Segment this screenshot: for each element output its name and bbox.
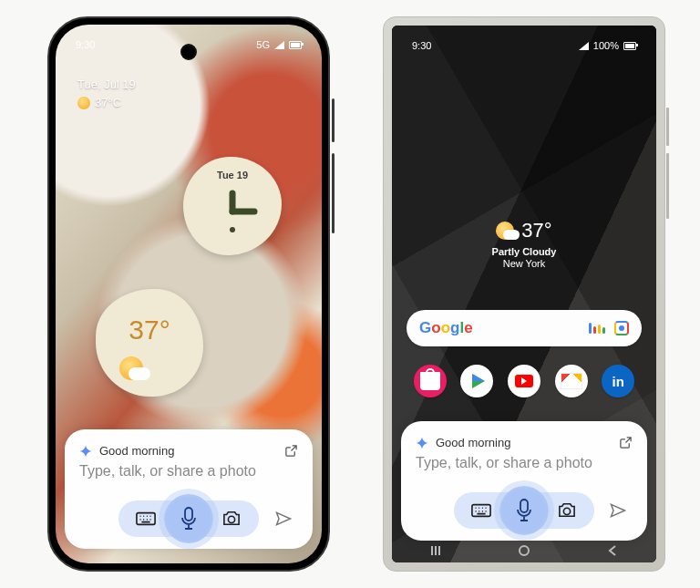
- weather-widget[interactable]: 37°: [96, 289, 203, 397]
- signal-icon: [274, 41, 284, 49]
- app-dock: in: [407, 359, 642, 403]
- svg-point-10: [520, 546, 529, 555]
- status-time: 9:30: [76, 39, 95, 50]
- weather-widget[interactable]: 37° Partly Cloudy New York: [392, 219, 656, 269]
- svg-point-3: [228, 516, 234, 522]
- voice-search-icon[interactable]: [589, 323, 605, 334]
- gemini-assistant-card[interactable]: Good morning Type, talk, or share a phot…: [65, 429, 313, 549]
- gemini-spark-icon: [79, 445, 92, 458]
- temp-label: 37°C: [95, 94, 121, 112]
- clock-hands-icon: [183, 157, 282, 255]
- signal-icon: [579, 42, 589, 50]
- keyboard-button[interactable]: [461, 492, 501, 529]
- gemini-spark-icon: [416, 437, 428, 449]
- galaxy-phone: 9:30 100% 37° Partly Cloudy New York Goo…: [383, 16, 665, 572]
- gemini-assistant-card[interactable]: Good morning Type, talk, or share a phot…: [401, 421, 647, 541]
- at-a-glance-widget[interactable]: Tue, Jul 19 37°C: [77, 76, 136, 112]
- google-lens-icon[interactable]: [614, 321, 629, 335]
- send-button[interactable]: [274, 510, 293, 528]
- battery-icon: [623, 42, 636, 50]
- open-in-new-icon[interactable]: [284, 444, 298, 458]
- camera-button[interactable]: [547, 492, 587, 529]
- play-store-app-icon[interactable]: [460, 365, 493, 397]
- linkedin-app-icon[interactable]: in: [602, 365, 634, 397]
- mic-button[interactable]: [164, 494, 213, 543]
- weather-icon: [77, 97, 90, 109]
- pixel-phone: 9:30 5G Tue, Jul 19 37°C Tue 19: [47, 16, 330, 572]
- battery-pct: 100%: [593, 40, 619, 51]
- weather-loc: New York: [392, 258, 656, 269]
- home-button[interactable]: [518, 544, 530, 557]
- svg-rect-8: [435, 546, 437, 555]
- partly-cloudy-icon: [119, 356, 143, 380]
- weather-temp: 37°: [521, 219, 551, 242]
- weather-cond: Partly Cloudy: [392, 246, 656, 257]
- svg-rect-4: [472, 505, 490, 517]
- svg-rect-1: [137, 513, 155, 525]
- google-logo-icon: Google: [419, 319, 473, 337]
- open-in-new-icon[interactable]: [619, 436, 633, 449]
- recents-button[interactable]: [429, 544, 442, 557]
- youtube-app-icon[interactable]: [508, 365, 540, 397]
- svg-rect-7: [431, 546, 433, 555]
- date-label: Tue, Jul 19: [77, 76, 136, 94]
- clock-widget[interactable]: Tue 19: [183, 157, 282, 255]
- power-button: [666, 153, 669, 219]
- svg-rect-2: [185, 508, 192, 521]
- back-button[interactable]: [606, 544, 619, 557]
- svg-rect-5: [520, 500, 528, 512]
- gmail-app-icon[interactable]: [555, 365, 588, 397]
- google-search-bar[interactable]: Google: [407, 310, 642, 346]
- gemini-greeting: Good morning: [436, 436, 510, 449]
- battery-icon: [289, 41, 302, 49]
- network-label: 5G: [256, 39, 270, 50]
- power-button: [332, 153, 335, 233]
- weather-temp: 37°: [96, 315, 203, 346]
- svg-point-0: [230, 227, 235, 232]
- status-bar: 9:30 100%: [392, 35, 656, 57]
- gemini-greeting: Good morning: [99, 444, 174, 458]
- gemini-prompt-input[interactable]: Type, talk, or share a photo: [79, 463, 298, 480]
- camera-button[interactable]: [211, 500, 252, 537]
- keyboard-button[interactable]: [126, 500, 166, 537]
- send-button[interactable]: [609, 501, 627, 520]
- front-camera: [180, 44, 197, 60]
- volume-button: [666, 108, 669, 146]
- gemini-prompt-input[interactable]: Type, talk, or share a photo: [416, 455, 633, 471]
- mic-button[interactable]: [499, 486, 549, 535]
- status-time: 9:30: [412, 40, 431, 51]
- svg-point-6: [563, 508, 570, 514]
- shopping-app-icon[interactable]: [414, 365, 447, 397]
- svg-rect-9: [438, 546, 440, 555]
- volume-button: [332, 98, 335, 142]
- navigation-bar: [392, 544, 656, 557]
- partly-cloudy-icon: [496, 222, 514, 240]
